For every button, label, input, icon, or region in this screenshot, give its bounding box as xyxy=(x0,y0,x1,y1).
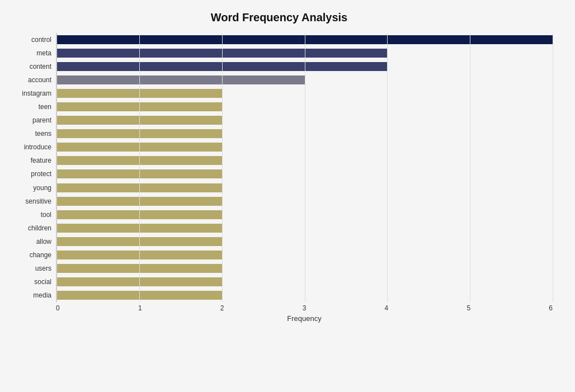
y-label: sensitive xyxy=(25,198,51,205)
chart-title: Word Frequency Analysis xyxy=(6,11,553,24)
y-label: teens xyxy=(35,130,51,137)
y-label: protect xyxy=(31,171,51,177)
y-labels: controlmetacontentaccountinstagramteenpa… xyxy=(6,33,56,302)
y-label: instagram xyxy=(22,90,51,97)
gridline xyxy=(305,33,305,302)
x-tick-labels: 0123456 xyxy=(56,302,553,312)
x-tick: 3 xyxy=(303,304,307,312)
x-tick: 0 xyxy=(56,304,60,312)
gridline xyxy=(139,33,140,302)
y-label: tool xyxy=(41,211,51,218)
gridline xyxy=(387,33,388,302)
y-label: content xyxy=(30,63,51,70)
y-label: control xyxy=(31,36,51,43)
y-label: introduce xyxy=(24,144,51,150)
chart-container: Word Frequency Analysis controlmetaconte… xyxy=(0,0,575,392)
gridline xyxy=(470,33,470,302)
gridline xyxy=(56,33,57,302)
gridline xyxy=(222,33,223,302)
x-tick: 6 xyxy=(549,304,553,312)
chart-area: controlmetacontentaccountinstagramteenpa… xyxy=(6,33,553,302)
x-tick: 5 xyxy=(466,304,470,312)
bars-area xyxy=(56,33,553,302)
y-label: meta xyxy=(36,50,51,56)
y-label: change xyxy=(30,252,51,258)
x-tick: 4 xyxy=(385,304,389,312)
y-label: children xyxy=(28,225,51,232)
x-axis-label: Frequency xyxy=(56,314,553,323)
y-label: parent xyxy=(32,117,51,124)
y-label: social xyxy=(34,278,51,285)
y-label: young xyxy=(33,185,51,191)
y-label: teen xyxy=(39,103,51,110)
gridline xyxy=(553,33,553,302)
x-axis: 0123456 Frequency xyxy=(56,302,553,323)
y-label: feature xyxy=(31,157,51,164)
y-label: media xyxy=(33,292,51,299)
y-label: users xyxy=(35,265,51,272)
x-tick: 2 xyxy=(220,304,224,312)
bar-account xyxy=(56,75,305,84)
y-label: allow xyxy=(36,238,51,245)
x-tick: 1 xyxy=(138,304,142,312)
y-label: account xyxy=(28,77,51,83)
